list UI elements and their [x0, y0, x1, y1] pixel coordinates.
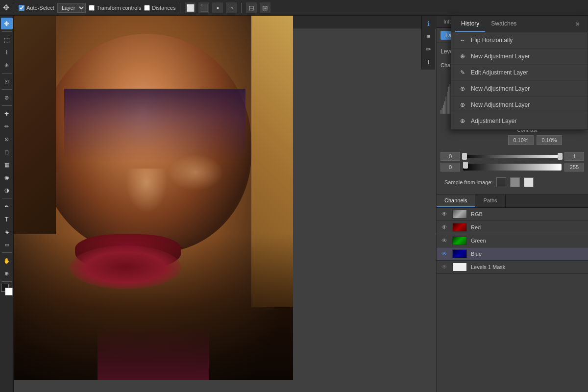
tool-sep-3: [2, 89, 12, 90]
channel-item-green[interactable]: 👁 Green: [437, 234, 588, 247]
channel-item-red[interactable]: 👁 Red: [437, 221, 588, 234]
edit-panel-icon[interactable]: ✏: [423, 43, 435, 55]
dodge-tool-btn[interactable]: ◑: [1, 184, 13, 196]
zoom-tool-btn[interactable]: ⊕: [1, 268, 13, 279]
history-item-adj[interactable]: ⊕ Adjustment Layer: [451, 113, 588, 129]
layer-dropdown[interactable]: Layer: [57, 3, 86, 13]
heal-tool-btn[interactable]: ✚: [1, 108, 13, 120]
auto-select-checkbox[interactable]: [19, 5, 24, 11]
new-adj-2-icon: ⊕: [458, 84, 467, 93]
highlight-swatch[interactable]: [524, 177, 534, 187]
channel-eye-red[interactable]: 👁: [441, 223, 448, 231]
rect-select-tool-btn[interactable]: ⬚: [1, 34, 13, 46]
brush-tool-btn[interactable]: ✏: [1, 121, 13, 132]
channel-name-mask: Levels 1 Mask: [471, 264, 584, 270]
history-dropdown-panel: History Swatches ✕ ↔ Flip Horizontally ⊕…: [451, 16, 588, 130]
bottom-strip: [98, 325, 209, 380]
background-color[interactable]: [5, 288, 13, 295]
crop-tool-btn[interactable]: ⊡: [1, 75, 13, 87]
channel-eye-blue[interactable]: 👁: [441, 250, 448, 258]
blur-tool-btn[interactable]: ◉: [1, 172, 13, 183]
channel-item-blue[interactable]: 👁 Blue: [437, 247, 588, 261]
adj-icon: ⊕: [458, 117, 467, 125]
align-center-btn[interactable]: ⬛: [198, 2, 209, 13]
input-min-field[interactable]: 0: [441, 152, 460, 161]
input-slider-row: 0 1: [441, 152, 584, 161]
tool-sep-2: [2, 73, 12, 74]
new-adj-1-label: New Adjustment Layer: [471, 53, 530, 60]
channel-eye-mask[interactable]: 👁: [441, 263, 448, 271]
info-panel-icon[interactable]: ℹ: [423, 18, 435, 29]
distances-checkbox[interactable]: [144, 5, 150, 11]
history-panel-close[interactable]: ✕: [571, 19, 584, 29]
channel-item-mask[interactable]: 👁 Levels 1 Mask: [437, 261, 588, 274]
channel-thumb-blue: [452, 249, 467, 258]
history-tab[interactable]: History: [455, 16, 485, 32]
input-min-thumb[interactable]: [462, 153, 467, 160]
move-tool-icon[interactable]: ✥: [3, 3, 9, 12]
lasso-tool-btn[interactable]: ⌇: [1, 47, 13, 58]
artboard-btn[interactable]: ⊟: [246, 2, 257, 13]
fg-bg-colors[interactable]: [1, 284, 13, 295]
gradient-tool-btn[interactable]: ▦: [1, 159, 13, 171]
pen-tool-btn[interactable]: ✒: [1, 200, 13, 212]
canvas-content: [14, 16, 436, 392]
edit-adj-label: Edit Adjustment Layer: [471, 69, 528, 76]
output-slider[interactable]: [463, 164, 562, 171]
flip-label: Flip Horizontally: [471, 37, 513, 44]
midtone-swatch[interactable]: [510, 177, 520, 187]
channel-name-blue: Blue: [471, 251, 584, 257]
history-item-edit-adj[interactable]: ✎ Edit Adjustment Layer: [451, 65, 588, 81]
distances-label: Distances: [152, 5, 175, 11]
shape-tool-btn[interactable]: ▭: [1, 239, 13, 250]
adjustments-panel-icon[interactable]: ≡: [423, 30, 435, 42]
toolbar-sep-2: [180, 3, 180, 13]
move-tool-btn[interactable]: ✥: [1, 18, 13, 29]
adj-label: Adjustment Layer: [471, 118, 516, 124]
channel-name-rgb: RGB: [471, 211, 584, 217]
input-max-field[interactable]: 1: [564, 152, 584, 161]
cheek-highlight: [168, 154, 223, 191]
clone-tool-btn[interactable]: ⊙: [1, 133, 13, 145]
align-right-btn[interactable]: ▪: [212, 2, 223, 13]
eye-shadow-area: [64, 89, 246, 162]
eyedropper-tool-btn[interactable]: ⊘: [1, 92, 13, 103]
new-adj-1-icon: ⊕: [458, 52, 467, 61]
distribute-btn[interactable]: ▫: [226, 2, 237, 13]
output-row: 0 255: [441, 163, 584, 172]
shadow-swatch[interactable]: [496, 177, 506, 187]
percent-input-1[interactable]: 0.10%: [508, 135, 534, 145]
output-min-thumb[interactable]: [463, 162, 468, 169]
channel-thumb-rgb: [452, 210, 467, 219]
tool-sep-6: [2, 252, 12, 253]
channels-panel: Channels Paths 👁 RGB 👁 Red 👁 Green: [437, 195, 588, 392]
path-select-tool-btn[interactable]: ◈: [1, 226, 13, 238]
channel-name-red: Red: [471, 224, 584, 230]
hand-tool-btn[interactable]: ✋: [1, 255, 13, 267]
paths-tab[interactable]: Paths: [475, 195, 505, 207]
text-panel-icon[interactable]: T: [423, 56, 435, 68]
channel-item-rgb[interactable]: 👁 RGB: [437, 208, 588, 221]
input-max-thumb[interactable]: [558, 153, 563, 160]
channel-eye-green[interactable]: 👁: [441, 237, 448, 245]
swatches-tab[interactable]: Swatches: [485, 16, 522, 32]
group-btn[interactable]: ⊞: [260, 2, 270, 13]
input-slider-track[interactable]: [462, 155, 563, 158]
output-max-field[interactable]: 255: [564, 163, 584, 172]
history-item-new-adj-1[interactable]: ⊕ New Adjustment Layer: [451, 49, 588, 65]
transform-controls-checkbox[interactable]: [89, 5, 95, 11]
history-item-flip[interactable]: ↔ Flip Horizontally: [451, 32, 588, 49]
output-min-field[interactable]: 0: [441, 163, 460, 172]
percent-input-2[interactable]: 0.10%: [537, 135, 562, 145]
magic-wand-tool-btn[interactable]: ✳: [1, 59, 13, 71]
channels-tab[interactable]: Channels: [437, 195, 475, 207]
history-item-new-adj-3[interactable]: ⊕ New Adjustment Layer: [451, 97, 588, 113]
channel-thumb-mask: [452, 263, 467, 271]
eraser-tool-btn[interactable]: ◻: [1, 146, 13, 158]
align-left-btn[interactable]: ⬜: [185, 2, 196, 13]
transform-controls-item: Transform controls: [89, 5, 141, 11]
channel-eye-rgb[interactable]: 👁: [441, 210, 448, 218]
history-item-new-adj-2[interactable]: ⊕ New Adjustment Layer: [451, 81, 588, 97]
type-tool-btn[interactable]: T: [1, 213, 13, 225]
tool-sep-7: [2, 281, 12, 282]
